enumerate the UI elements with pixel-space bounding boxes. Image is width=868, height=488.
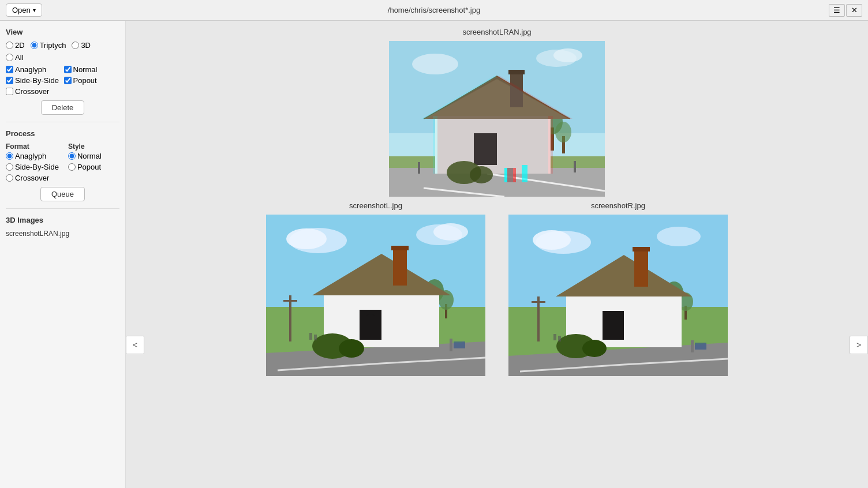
cb-anaglyph-text: Anaglyph	[15, 65, 46, 74]
view-section: View 2D Triptych 3D All	[6, 28, 119, 115]
process-label: Process	[6, 129, 119, 138]
right-image-label: screenshotR.jpg	[591, 201, 645, 210]
images-label: 3D Images	[6, 216, 119, 224]
svg-rect-51	[391, 246, 409, 250]
cb-popout[interactable]	[64, 77, 72, 84]
svg-point-37	[433, 223, 468, 241]
svg-rect-84	[558, 336, 561, 341]
view-radio-triptych[interactable]	[31, 42, 38, 49]
svg-rect-50	[393, 248, 407, 286]
cb-crossover-text: Crossover	[15, 87, 49, 96]
fmt-sidebyside-radio[interactable]	[6, 163, 13, 171]
fmt-crossover-radio[interactable]	[6, 174, 13, 182]
queue-button[interactable]: Queue	[40, 187, 85, 201]
svg-rect-57	[314, 335, 317, 340]
cb-crossover[interactable]	[6, 88, 13, 95]
svg-rect-82	[691, 340, 694, 352]
svg-rect-19	[508, 70, 525, 74]
view-option-triptych-label: Triptych	[40, 41, 66, 50]
top-image-container: screenshotLRAN.jpg	[126, 21, 868, 201]
svg-point-35	[286, 228, 327, 249]
svg-rect-81	[603, 311, 624, 340]
svg-point-80	[582, 340, 607, 357]
cb-sidebyside[interactable]	[6, 77, 13, 84]
svg-rect-70	[532, 301, 545, 303]
main-layout: View 2D Triptych 3D All	[0, 21, 868, 488]
svg-rect-28	[507, 168, 516, 182]
fmt-crossover-text: Crossover	[15, 174, 49, 182]
cb-popout-text: Popout	[73, 76, 97, 85]
sty-popout-text: Popout	[77, 163, 101, 171]
view-option-2d[interactable]: 2D	[6, 41, 25, 50]
sty-popout-radio[interactable]	[68, 163, 76, 171]
divider-1	[6, 122, 119, 122]
top-image-box	[389, 41, 605, 197]
svg-rect-26	[574, 161, 576, 172]
open-button[interactable]: Open ▾	[6, 3, 42, 17]
close-button[interactable]: ✕	[846, 4, 862, 17]
sty-popout-label[interactable]: Popout	[68, 163, 102, 171]
process-section: Process Format Anaglyph Side-By-Side	[6, 129, 119, 201]
view-option-3d-label: 3D	[81, 41, 91, 50]
format-label: Format	[6, 142, 59, 151]
view-option-2d-label: 2D	[15, 41, 25, 50]
svg-rect-69	[537, 296, 540, 341]
view-radio-all[interactable]	[6, 54, 13, 61]
view-radio-3d[interactable]	[72, 42, 79, 49]
view-option-3d[interactable]: 3D	[72, 41, 91, 50]
titlebar-actions: ☰ ✕	[829, 4, 862, 17]
titlebar-path: /home/chris/screenshot*.jpg	[388, 6, 480, 14]
anaglyph-image	[389, 41, 605, 197]
svg-rect-56	[309, 333, 312, 340]
svg-rect-42	[289, 295, 291, 341]
svg-rect-77	[634, 249, 648, 287]
svg-point-53	[339, 339, 364, 358]
cb-anaglyph[interactable]	[6, 66, 13, 73]
content-area: screenshotLRAN.jpg	[126, 21, 868, 488]
svg-rect-29	[522, 165, 527, 182]
cb-popout-label[interactable]: Popout	[64, 76, 120, 85]
format-options: Anaglyph Side-By-Side Crossover	[6, 152, 59, 182]
fmt-anaglyph-text: Anaglyph	[15, 152, 46, 160]
list-item[interactable]: screenshotLRAN.jpg	[6, 229, 119, 238]
cb-sidebyside-label[interactable]: Side-By-Side	[6, 76, 62, 85]
left-image-label: screenshotL.jpg	[349, 201, 402, 210]
sty-normal-radio[interactable]	[68, 152, 76, 160]
format-column: Format Anaglyph Side-By-Side Crossove	[6, 142, 59, 182]
left-image-box	[266, 215, 485, 376]
cb-anaglyph-label[interactable]: Anaglyph	[6, 65, 62, 74]
view-radios: 2D Triptych 3D All	[6, 41, 119, 62]
images-section: 3D Images screenshotLRAN.jpg	[6, 216, 119, 238]
style-column: Style Normal Popout	[68, 142, 102, 182]
view-option-all-label: All	[15, 53, 23, 62]
cb-normal[interactable]	[64, 66, 72, 73]
view-label: View	[6, 28, 119, 36]
left-house-image	[266, 215, 485, 376]
fmt-anaglyph-label[interactable]: Anaglyph	[6, 152, 59, 160]
open-label: Open	[12, 6, 31, 14]
view-option-triptych[interactable]: Triptych	[31, 41, 66, 50]
cb-crossover-label[interactable]: Crossover	[6, 87, 119, 96]
fmt-anaglyph-radio[interactable]	[6, 152, 13, 160]
svg-rect-55	[450, 339, 452, 351]
svg-rect-86	[695, 343, 706, 350]
titlebar: Open ▾ /home/chris/screenshot*.jpg ☰ ✕	[0, 0, 868, 21]
style-options: Normal Popout	[68, 152, 102, 171]
svg-point-64	[657, 227, 701, 246]
sidebar: View 2D Triptych 3D All	[0, 21, 126, 488]
view-radio-2d[interactable]	[6, 42, 13, 49]
svg-rect-59	[454, 341, 465, 348]
right-image-box	[508, 215, 728, 376]
svg-rect-54	[360, 310, 381, 340]
svg-rect-25	[418, 162, 420, 174]
delete-button[interactable]: Delete	[41, 100, 85, 115]
fmt-sidebyside-label[interactable]: Side-By-Side	[6, 163, 59, 171]
menu-button[interactable]: ☰	[829, 4, 845, 17]
next-button[interactable]: >	[850, 336, 868, 354]
view-option-all[interactable]: All	[6, 53, 23, 62]
cb-normal-label[interactable]: Normal	[64, 65, 120, 74]
prev-button[interactable]: <	[126, 336, 144, 354]
svg-rect-78	[633, 247, 650, 251]
sty-normal-label[interactable]: Normal	[68, 152, 102, 160]
fmt-crossover-label[interactable]: Crossover	[6, 174, 59, 182]
